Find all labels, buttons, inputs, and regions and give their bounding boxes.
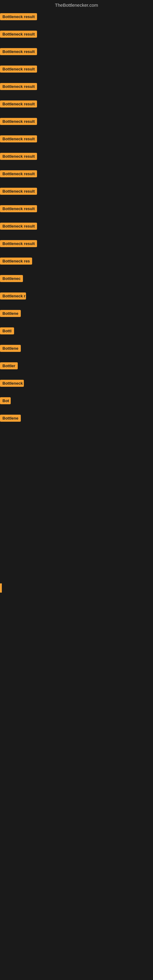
bottleneck-badge[interactable]: Bottleneck — [0, 380, 24, 387]
bottleneck-badge[interactable]: Bottleneck result — [0, 170, 37, 177]
list-item: Bottleneck result — [0, 11, 153, 22]
bottleneck-badge[interactable]: Bottleneck result — [0, 13, 37, 20]
item-gap — [0, 336, 153, 343]
list-item: Bottleneck result — [0, 46, 153, 57]
bottleneck-badge[interactable]: Bottlenec — [0, 275, 23, 282]
bottleneck-badge[interactable]: Bottleneck result — [0, 30, 37, 38]
list-item: Bottleneck result — [0, 29, 153, 40]
item-gap — [0, 197, 153, 204]
bottleneck-badge[interactable]: Bottleneck result — [0, 118, 37, 125]
small-indicator — [0, 584, 2, 593]
bottleneck-badge[interactable]: Bottleneck result — [0, 48, 37, 55]
list-item: Bottlene — [0, 343, 153, 354]
item-gap — [0, 423, 153, 430]
list-item: Bottleneck result — [0, 221, 153, 232]
bottleneck-badge[interactable]: Bottleneck result — [0, 100, 37, 108]
bottleneck-badge[interactable]: Bottleneck result — [0, 223, 37, 230]
item-gap — [0, 214, 153, 221]
bottleneck-badge[interactable]: Bottleneck r — [0, 293, 26, 299]
list-item: Bottleneck — [0, 378, 153, 389]
site-title: TheBottlenecker.com — [0, 0, 153, 11]
bottleneck-badge[interactable]: Bottleneck result — [0, 240, 37, 247]
list-item: Bottler — [0, 360, 153, 371]
bottleneck-badge[interactable]: Bottlene — [0, 345, 21, 352]
item-gap — [0, 75, 153, 81]
item-gap — [0, 371, 153, 378]
item-gap — [0, 92, 153, 99]
list-item: Bottleneck result — [0, 134, 153, 144]
item-gap — [0, 249, 153, 256]
item-gap — [0, 232, 153, 238]
item-gap — [0, 284, 153, 291]
item-gap — [0, 22, 153, 29]
list-item: Bottlene — [0, 413, 153, 423]
item-gap — [0, 266, 153, 273]
list-item: Bottleneck r — [0, 291, 153, 301]
items-list: Bottleneck resultBottleneck resultBottle… — [0, 11, 153, 430]
item-gap — [0, 109, 153, 116]
bottleneck-badge[interactable]: Bottleneck result — [0, 153, 37, 160]
item-gap — [0, 406, 153, 413]
list-item: Bottl — [0, 326, 153, 336]
bottleneck-badge[interactable]: Bottlene — [0, 415, 21, 422]
item-gap — [0, 127, 153, 134]
bottom-area — [0, 430, 153, 706]
bottleneck-badge[interactable]: Bottleneck res — [0, 258, 32, 265]
bottleneck-badge[interactable]: Bottleneck result — [0, 135, 37, 142]
list-item: Bottleneck result — [0, 81, 153, 92]
list-item: Bottleneck result — [0, 151, 153, 162]
item-gap — [0, 301, 153, 308]
bottleneck-badge[interactable]: Bottlene — [0, 310, 21, 317]
item-gap — [0, 319, 153, 326]
item-gap — [0, 389, 153, 395]
list-item: Bot — [0, 395, 153, 406]
bottleneck-badge[interactable]: Bottleneck result — [0, 188, 37, 195]
bottleneck-badge[interactable]: Bottleneck result — [0, 83, 37, 90]
list-item: Bottleneck result — [0, 238, 153, 249]
bottleneck-badge[interactable]: Bottleneck result — [0, 65, 37, 73]
item-gap — [0, 354, 153, 360]
item-gap — [0, 162, 153, 169]
list-item: Bottleneck result — [0, 186, 153, 197]
list-item: Bottleneck result — [0, 116, 153, 127]
list-item: Bottleneck result — [0, 99, 153, 109]
item-gap — [0, 57, 153, 64]
list-item: Bottleneck result — [0, 169, 153, 179]
bottleneck-badge[interactable]: Bot — [0, 397, 11, 404]
item-gap — [0, 179, 153, 186]
list-item: Bottleneck result — [0, 64, 153, 75]
bottleneck-badge[interactable]: Bottl — [0, 328, 14, 334]
list-item: Bottleneck res — [0, 256, 153, 266]
bottleneck-badge[interactable]: Bottleneck result — [0, 205, 37, 212]
list-item: Bottlenec — [0, 273, 153, 284]
item-gap — [0, 144, 153, 151]
item-gap — [0, 40, 153, 46]
bottleneck-badge[interactable]: Bottler — [0, 362, 18, 369]
list-item: Bottlene — [0, 308, 153, 319]
list-item: Bottleneck result — [0, 204, 153, 214]
